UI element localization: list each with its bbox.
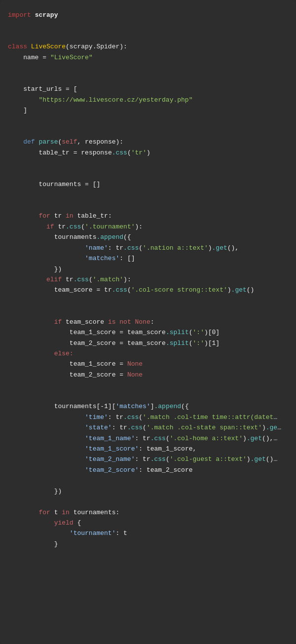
code-editor: import scrapy class LiveScore(scrapy.Spi… [0,0,296,644]
code-content: import scrapy class LiveScore(scrapy.Spi… [8,10,288,549]
